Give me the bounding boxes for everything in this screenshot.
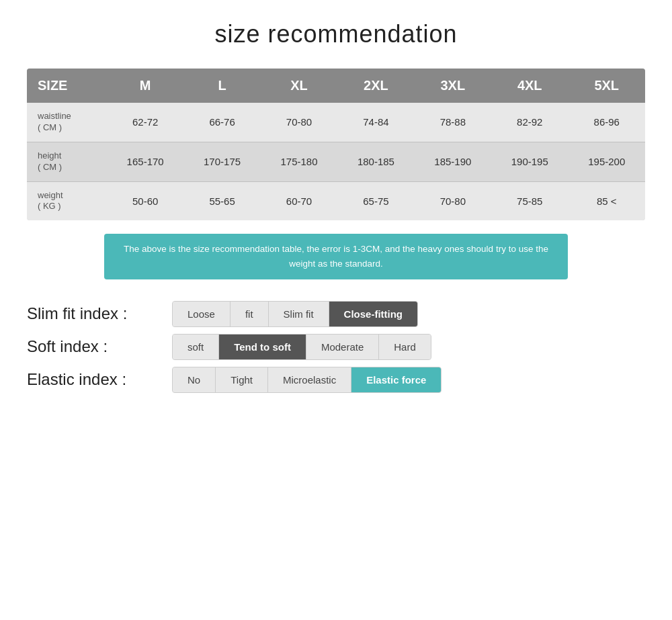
table-cell-label: weight ( KG ): [27, 181, 107, 220]
table-cell: 66-76: [183, 103, 260, 142]
table-cell: 50-60: [107, 181, 183, 220]
index-options: NoTightMicroelasticElastic force: [172, 367, 442, 393]
index-option[interactable]: Elastic force: [351, 367, 441, 392]
page-title: size recommendation: [214, 20, 457, 48]
table-cell: 62-72: [107, 103, 183, 142]
table-cell: 165-170: [107, 142, 183, 181]
table-cell: 85 <: [568, 181, 645, 220]
index-option[interactable]: Hard: [379, 335, 431, 359]
table-cell: 78-88: [415, 103, 491, 142]
table-header-2xl: 2XL: [337, 69, 414, 103]
table-cell: 185-190: [415, 142, 491, 181]
table-cell: 82-92: [491, 103, 568, 142]
index-option[interactable]: Moderate: [306, 335, 379, 359]
index-option[interactable]: Loose: [173, 302, 230, 326]
table-cell: 86-96: [568, 103, 645, 142]
index-option[interactable]: Tend to soft: [219, 335, 306, 359]
size-table: SIZEMLXL2XL3XL4XL5XL waistline ( CM )62-…: [27, 69, 645, 220]
table-cell: 60-70: [261, 181, 337, 220]
table-cell: 195-200: [568, 142, 645, 181]
table-row: weight ( KG )50-6055-6560-7065-7570-8075…: [27, 181, 645, 220]
table-header-size: SIZE: [27, 69, 107, 103]
table-cell: 175-180: [261, 142, 337, 181]
index-option[interactable]: Slim fit: [269, 302, 329, 326]
table-header-4xl: 4XL: [491, 69, 568, 103]
table-cell: 70-80: [415, 181, 491, 220]
index-options: LoosefitSlim fitClose-fitting: [172, 301, 418, 327]
index-label: Slim fit index :: [27, 304, 161, 323]
table-cell: 190-195: [491, 142, 568, 181]
table-cell: 170-175: [183, 142, 260, 181]
table-cell-label: waistline ( CM ): [27, 103, 107, 142]
index-label: Soft index :: [27, 337, 161, 356]
index-option[interactable]: Tight: [216, 367, 268, 392]
index-row: Slim fit index :LoosefitSlim fitClose-fi…: [27, 301, 645, 327]
table-cell: 70-80: [261, 103, 337, 142]
table-cell: 65-75: [337, 181, 414, 220]
index-section: Slim fit index :LoosefitSlim fitClose-fi…: [27, 301, 645, 393]
table-header-xl: XL: [261, 69, 337, 103]
index-row: Elastic index :NoTightMicroelasticElasti…: [27, 367, 645, 393]
table-header-3xl: 3XL: [415, 69, 491, 103]
size-table-wrapper: SIZEMLXL2XL3XL4XL5XL waistline ( CM )62-…: [27, 69, 645, 220]
table-row: height ( CM )165-170170-175175-180180-18…: [27, 142, 645, 181]
index-label: Elastic index :: [27, 370, 161, 389]
index-option[interactable]: fit: [230, 302, 269, 326]
index-row: Soft index :softTend to softModerateHard: [27, 334, 645, 360]
table-header-5xl: 5XL: [568, 69, 645, 103]
index-option[interactable]: soft: [173, 335, 219, 359]
table-header-row: SIZEMLXL2XL3XL4XL5XL: [27, 69, 645, 103]
table-cell: 180-185: [337, 142, 414, 181]
table-cell-label: height ( CM ): [27, 142, 107, 181]
index-options: softTend to softModerateHard: [172, 334, 431, 360]
index-option[interactable]: Microelastic: [268, 367, 351, 392]
table-cell: 74-84: [337, 103, 414, 142]
table-row: waistline ( CM )62-7266-7670-8074-8478-8…: [27, 103, 645, 142]
table-cell: 55-65: [183, 181, 260, 220]
table-cell: 75-85: [491, 181, 568, 220]
notice-banner: The above is the size recommendation tab…: [104, 234, 568, 279]
table-header-l: L: [183, 69, 260, 103]
index-option[interactable]: Close-fitting: [329, 302, 418, 326]
index-option[interactable]: No: [173, 367, 216, 392]
table-header-m: M: [107, 69, 183, 103]
